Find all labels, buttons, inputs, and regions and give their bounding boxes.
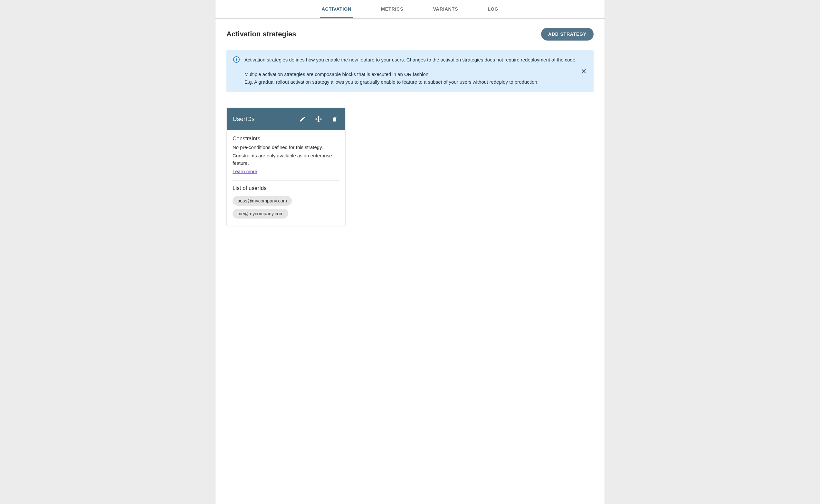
title-row: Activation strategies ADD STRATEGY [226, 28, 594, 41]
learn-more-link[interactable]: Learn more [232, 169, 257, 174]
info-icon [233, 56, 240, 63]
tab-variants[interactable]: VARIANTS [431, 0, 460, 18]
page-title: Activation strategies [226, 30, 296, 38]
constraints-none-text: No pre-conditions defined for this strat… [232, 144, 339, 151]
svg-point-2 [236, 58, 237, 59]
userid-chip: boss@mycompany.com [232, 196, 292, 206]
edit-icon[interactable] [297, 114, 307, 124]
info-paragraph-1: Activation strategies defines how you en… [244, 56, 578, 63]
strategy-card-body: Constraints No pre-conditions defined fo… [227, 130, 345, 226]
divider [232, 180, 339, 181]
info-paragraph-2: Multiple activation strategies are compo… [244, 70, 578, 78]
constraints-heading: Constraints [232, 135, 339, 142]
tab-metrics[interactable]: METRICS [379, 0, 405, 18]
info-alert: Activation strategies defines how you en… [226, 50, 594, 92]
userid-chip: me@mycompany.com [232, 209, 288, 219]
strategy-card-header: UserIDs [227, 108, 345, 130]
constraints-enterprise-text: Constraints are only available as an ent… [232, 152, 339, 167]
content-area: Activation strategies ADD STRATEGY Activ… [215, 19, 605, 245]
userids-heading: List of userIds [232, 185, 339, 191]
strategy-card-title: UserIDs [232, 116, 255, 123]
svg-rect-7 [333, 117, 336, 118]
info-paragraph-3: E.g. A gradual rollout activation strate… [244, 78, 578, 86]
tabs-bar: ACTIVATION METRICS VARIANTS LOG [215, 0, 605, 19]
tab-activation[interactable]: ACTIVATION [320, 0, 353, 18]
close-icon[interactable] [579, 66, 589, 76]
move-icon[interactable] [314, 114, 323, 124]
delete-icon[interactable] [330, 114, 339, 124]
tab-log[interactable]: LOG [486, 0, 500, 18]
page-container: ACTIVATION METRICS VARIANTS LOG Activati… [215, 0, 605, 504]
strategy-card-userids: UserIDs [226, 107, 345, 226]
add-strategy-button[interactable]: ADD STRATEGY [541, 28, 594, 41]
userids-chip-list: boss@mycompany.com me@mycompany.com [232, 196, 339, 219]
